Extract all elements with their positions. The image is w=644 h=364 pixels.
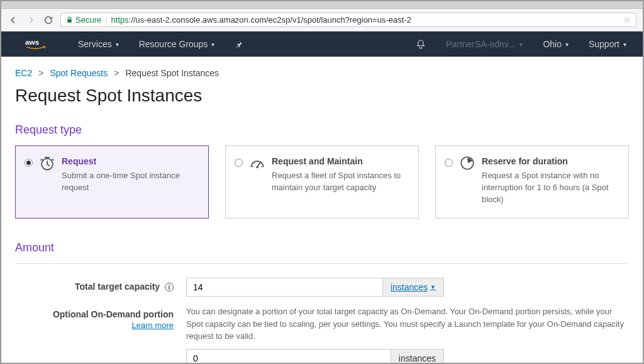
- card-reserve-desc: Request a Spot instance with no interrup…: [482, 170, 618, 206]
- support-label: Support: [589, 39, 619, 49]
- clock-icon: [39, 155, 55, 171]
- label-total-capacity: Total target capacity i: [15, 278, 186, 297]
- card-request-maintain[interactable]: Request and Maintain Request a fleet of …: [225, 145, 419, 219]
- section-amount: Amount: [15, 241, 629, 254]
- browser-tab-bar: [1, 1, 643, 9]
- card-maintain-title: Request and Maintain: [272, 156, 408, 166]
- label-ondemand: Optional On-Demand portion Learn more: [15, 305, 186, 364]
- card-request-desc: Submit a one-time Spot instance request: [62, 170, 198, 194]
- browser-toolbar: Secure | https://us-east-2.console.aws.a…: [1, 9, 643, 31]
- learn-more-link[interactable]: Learn more: [15, 321, 174, 330]
- card-maintain-desc: Request a fleet of Spot instances to mai…: [272, 170, 408, 194]
- user-label: PartnerSA-admi...: [446, 39, 516, 49]
- region-label: Ohio: [543, 39, 562, 49]
- aws-logo[interactable]: aws: [1, 37, 68, 51]
- bookmark-star-icon[interactable]: ☆: [623, 15, 631, 25]
- breadcrumb-current: Request Spot Instances: [125, 68, 219, 78]
- request-type-cards: Request Submit a one-time Spot instance …: [15, 145, 629, 219]
- breadcrumb-sep: >: [38, 68, 43, 78]
- card-request[interactable]: Request Submit a one-time Spot instance …: [15, 145, 209, 219]
- card-request-title: Request: [62, 156, 198, 166]
- reload-button[interactable]: [43, 14, 54, 26]
- chevron-down-icon: ▾: [519, 41, 523, 48]
- radio-request[interactable]: [25, 159, 33, 167]
- chevron-down-icon: ▾: [211, 41, 214, 48]
- radio-maintain[interactable]: [235, 159, 243, 167]
- input-ondemand-portion[interactable]: [186, 349, 391, 365]
- card-reserve-duration[interactable]: Reserve for duration Request a Spot inst…: [435, 145, 629, 219]
- address-bar[interactable]: Secure | https://us-east-2.console.aws.a…: [60, 13, 636, 27]
- ondemand-unit-label: instances: [391, 349, 444, 365]
- pin-icon[interactable]: [225, 31, 253, 57]
- card-reserve-title: Reserve for duration: [482, 156, 618, 166]
- row-ondemand-portion: Optional On-Demand portion Learn more Yo…: [15, 305, 629, 364]
- support-menu[interactable]: Support ▾: [579, 31, 636, 57]
- section-request-type: Request type: [15, 123, 629, 137]
- capacity-unit-dropdown[interactable]: instances▼: [382, 278, 444, 297]
- chevron-down-icon: ▾: [565, 41, 569, 48]
- breadcrumb-sep: >: [114, 68, 119, 78]
- duration-clock-icon: [459, 155, 475, 171]
- breadcrumb: EC2 > Spot Requests > Request Spot Insta…: [15, 68, 629, 78]
- chevron-down-icon: ▾: [116, 41, 119, 48]
- secure-indicator: Secure: [66, 15, 101, 25]
- back-button[interactable]: [8, 14, 19, 26]
- row-total-capacity: Total target capacity i instances▼: [15, 278, 629, 297]
- radio-reserve[interactable]: [445, 159, 453, 167]
- gauge-icon: [249, 155, 265, 171]
- info-icon[interactable]: i: [165, 283, 174, 292]
- divider: [15, 263, 629, 264]
- svg-point-2: [256, 166, 258, 168]
- caret-down-icon: ▼: [430, 284, 436, 290]
- forward-button[interactable]: [25, 14, 36, 26]
- chevron-down-icon: ▾: [623, 41, 626, 48]
- svg-text:aws: aws: [25, 38, 40, 46]
- secure-label: Secure: [75, 15, 101, 25]
- page-title: Request Spot Instances: [15, 86, 629, 106]
- resource-groups-label: Resource Groups: [139, 39, 208, 49]
- services-menu[interactable]: Services ▾: [68, 31, 129, 57]
- region-menu[interactable]: Ohio ▾: [533, 31, 579, 57]
- aws-header: aws Services ▾ Resource Groups ▾ Partner…: [1, 31, 643, 57]
- services-label: Services: [78, 39, 112, 49]
- breadcrumb-ec2[interactable]: EC2: [15, 68, 32, 78]
- resource-groups-menu[interactable]: Resource Groups ▾: [129, 31, 225, 57]
- input-total-capacity[interactable]: [186, 278, 382, 297]
- lock-icon: [66, 16, 73, 24]
- ondemand-help-text: You can designate a portion of your tota…: [186, 305, 626, 343]
- breadcrumb-spot-requests[interactable]: Spot Requests: [50, 68, 108, 78]
- user-menu[interactable]: PartnerSA-admi... ▾: [436, 31, 533, 57]
- url-text: https://us-east-2.console.aws.amazon.com…: [111, 15, 619, 25]
- notifications-icon[interactable]: [406, 31, 436, 57]
